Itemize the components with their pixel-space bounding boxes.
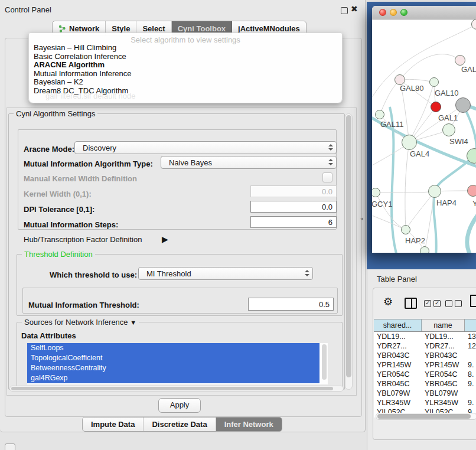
table-horizontal-scrollbar[interactable] <box>376 413 476 420</box>
manual-kernel-checkbox[interactable] <box>322 172 332 182</box>
aracne-mode-select[interactable]: Discovery <box>74 141 337 154</box>
combo-arrows-icon <box>328 159 333 165</box>
float-window-icon[interactable] <box>341 7 348 14</box>
close-icon[interactable]: ✖ <box>351 4 358 14</box>
node-HAP2[interactable] <box>401 225 410 234</box>
tab-impute-data[interactable]: Impute Data <box>83 418 144 431</box>
mi-type-select[interactable]: Naive Bayes <box>161 156 337 169</box>
dock-icon[interactable] <box>5 444 15 450</box>
dropdown-item[interactable]: Bayesian – Hill Climbing <box>34 43 116 52</box>
cell: YBL079W <box>422 389 465 398</box>
table-row[interactable]: YBL079WYBL079W <box>374 389 476 398</box>
node-HAP4[interactable] <box>428 185 441 198</box>
dropdown-item[interactable]: Bayesian – K2 <box>34 77 83 86</box>
column-header[interactable] <box>465 319 476 331</box>
node-label: GAL7 <box>461 65 476 74</box>
list-scrollbar[interactable] <box>321 343 328 384</box>
document-icon[interactable] <box>470 295 476 307</box>
table-panel: Table Panel ⚙ ✓ ✓ shared... name YDL19..… <box>367 269 476 450</box>
column-header[interactable]: name <box>422 319 465 331</box>
tab-label: Network <box>69 24 99 33</box>
tab-discretize-data[interactable]: Discretize Data <box>144 418 216 431</box>
column-header[interactable]: shared... <box>374 319 422 331</box>
node-bottom-partial[interactable] <box>420 246 429 253</box>
table-row[interactable]: YLR345WYLR345W9. <box>374 398 476 407</box>
table-box: ⚙ ✓ ✓ shared... name YDL19...YDL19...13 … <box>373 288 476 440</box>
table-row[interactable]: YBR043CYBR043C <box>374 351 476 360</box>
screenshot-root: Control Panel ✖ Network Style Select Cyn… <box>0 0 476 450</box>
dropdown-item[interactable]: Basic Correlation Inference <box>34 52 126 61</box>
selected-value: MI Threshold <box>146 269 191 278</box>
table-row[interactable]: YDR27...YDR27...12 <box>374 341 476 351</box>
scrollbar-thumb[interactable] <box>322 344 327 380</box>
kernel-width-input[interactable]: 0.0 <box>250 185 337 197</box>
apply-button[interactable]: Apply <box>158 398 201 413</box>
checked-box-icon: ✓ <box>433 300 441 307</box>
list-item-selected[interactable]: SelfLoops <box>27 343 319 353</box>
cell <box>465 351 476 360</box>
node-red-selected[interactable] <box>431 102 441 112</box>
columns-icon[interactable] <box>405 298 417 309</box>
network-view-background[interactable]: GAL7 GAL80 GAL10 GAL11 GAL1 SWI4 GAL4 GC… <box>367 2 476 269</box>
table-row[interactable]: YBR045CYBR045C9. <box>374 379 476 389</box>
panel-collapse-icon[interactable]: ◂ <box>360 216 363 221</box>
tab-label: Cyni Toolbox <box>178 24 226 33</box>
mi-steps-label: Mutual Information Steps: <box>24 220 118 229</box>
cell: YBR045C <box>374 379 422 389</box>
network-tab-icon <box>58 25 66 32</box>
node-GAL7[interactable] <box>455 55 465 66</box>
dropdown-item[interactable]: Mutual Information Inference <box>34 69 131 78</box>
list-item-selected[interactable]: gal4RGexp <box>27 373 319 383</box>
mi-threshold-input[interactable]: 0.5 <box>248 298 334 311</box>
gear-icon[interactable]: ⚙ <box>383 295 393 308</box>
expand-arrow-icon[interactable]: ▶ <box>162 234 168 244</box>
scrollbar-thumb[interactable] <box>346 115 351 377</box>
background-ghost-text: galFiltered.sif default node <box>45 92 135 100</box>
group-title: Cyni Algorithm Settings <box>14 109 97 118</box>
data-attributes-list: SelfLoops TopologicalCoefficient Between… <box>27 343 328 384</box>
node-GAL4[interactable] <box>402 135 417 150</box>
combo-arrows-icon <box>328 144 333 151</box>
cell: YDR27... <box>374 341 422 351</box>
list-item-selected[interactable]: TopologicalCoefficient <box>27 353 319 363</box>
node-label: SWI4 <box>449 137 468 146</box>
list-item-selected[interactable]: BetweennessCentrality <box>27 363 319 373</box>
close-window-icon[interactable] <box>379 9 386 16</box>
collapse-section-icon[interactable]: ▼ <box>130 319 136 326</box>
window-titlebar[interactable] <box>372 6 476 19</box>
network-canvas[interactable]: GAL7 GAL80 GAL10 GAL11 GAL1 SWI4 GAL4 GC… <box>372 19 476 253</box>
which-threshold-select[interactable]: MI Threshold <box>138 267 313 280</box>
cell: 9. <box>465 398 476 407</box>
table-row[interactable]: YER054CYER054C8. <box>374 370 476 379</box>
zoom-window-icon[interactable] <box>400 9 407 16</box>
tab-infer-network[interactable]: Infer Network <box>216 418 282 431</box>
table-row[interactable]: YPR145WYPR145W9. <box>374 360 476 370</box>
settings-vertical-scrollbar[interactable] <box>345 113 353 390</box>
dropdown-item-selected[interactable]: ARACNE Algorithm <box>34 60 105 69</box>
combo-arrows-icon <box>305 270 309 276</box>
dpi-tolerance-input[interactable]: 0.0 <box>250 201 337 213</box>
kernel-width-label: Kernel Width (0,1): <box>24 190 92 198</box>
checked-box-icon: ✓ <box>424 300 431 307</box>
node-GAL1[interactable] <box>442 123 455 136</box>
panel-title: Control Panel <box>5 5 51 14</box>
mi-steps-input[interactable]: 6 <box>250 216 337 228</box>
scrollbar-thumb[interactable] <box>11 387 333 390</box>
settings-horizontal-scrollbar[interactable] <box>9 386 344 392</box>
table-panel-title: Table Panel <box>377 275 417 283</box>
group-title: Sources for Network Inference ▼ <box>22 318 139 327</box>
data-attributes-label: Data Attributes <box>21 331 76 340</box>
scrollbar-thumb[interactable] <box>377 414 471 419</box>
table-row[interactable]: YDL19...YDL19...13 <box>374 332 476 341</box>
cell: YBR043C <box>422 351 465 360</box>
node-salmon[interactable] <box>467 185 476 197</box>
which-threshold-label: Which threshold to use: <box>50 270 137 279</box>
node-gray[interactable] <box>455 97 471 113</box>
select-all-icon[interactable]: ✓ ✓ <box>424 300 441 307</box>
minimize-window-icon[interactable] <box>390 9 397 16</box>
control-panel: Control Panel ✖ Network Style Select Cyn… <box>0 0 366 432</box>
node-GAL10[interactable] <box>429 77 439 87</box>
node-label: GAL10 <box>435 89 458 97</box>
node-GAL11[interactable] <box>375 110 384 119</box>
deselect-all-icon[interactable] <box>445 300 462 307</box>
